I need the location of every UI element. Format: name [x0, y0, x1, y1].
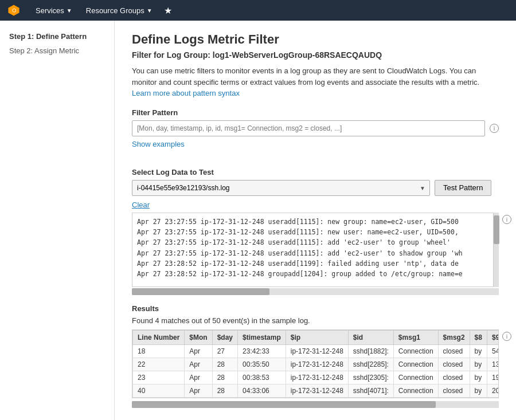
table-cell: Apr — [185, 358, 212, 371]
top-navigation: ⬡ Services ▼ Resource Groups ▼ ★ — [0, 0, 516, 21]
table-cell: 23 — [133, 371, 185, 384]
description-text: You can use metric filters to monitor ev… — [132, 65, 499, 99]
table-cell: 209.126 — [487, 384, 499, 397]
results-table: Line Number$Mon$day$timestamp$ip$id$msg1… — [132, 330, 499, 398]
table-cell: by — [470, 384, 487, 397]
select-log-label: Select Log Data to Test — [132, 168, 499, 176]
table-header: $day — [212, 330, 237, 344]
filter-pattern-row: i — [132, 120, 499, 136]
filter-pattern-info-icon[interactable]: i — [490, 124, 499, 133]
learn-more-link[interactable]: Learn more about pattern syntax — [132, 89, 240, 97]
log-data-row: i-04415e55e93e12193/ssh.log Test Pattern — [132, 180, 499, 196]
clear-link[interactable]: Clear — [132, 201, 150, 209]
select-log-section: Select Log Data to Test i-04415e55e93e12… — [132, 168, 499, 295]
main-content: Define Logs Metric Filter Filter for Log… — [115, 21, 516, 420]
log-data-info-icon[interactable]: i — [502, 215, 511, 224]
log-line: Apr 27 23:28:52 ip-172-31-12-248 groupad… — [137, 269, 494, 279]
table-row: 18Apr2723:42:33ip-172-31-12-248sshd[1882… — [133, 344, 499, 358]
table-row: 22Apr2800:35:50ip-172-31-12-248sshd[2285… — [133, 358, 499, 371]
table-header: $msg1 — [393, 330, 438, 344]
table-cell: 27 — [212, 344, 237, 358]
table-cell: 22 — [133, 358, 185, 371]
table-header: $ip — [286, 330, 348, 344]
sidebar: Step 1: Define Pattern Step 2: Assign Me… — [0, 21, 115, 420]
log-data-box: Apr 27 23:27:55 ip-172-31-12-248 useradd… — [132, 213, 499, 287]
table-cell: 18 — [133, 344, 185, 358]
table-cell: 28 — [212, 371, 237, 384]
log-horizontal-scrollbar[interactable] — [132, 288, 499, 295]
table-cell: 54.210. — [487, 344, 499, 358]
table-cell: ip-172-31-12-248 — [286, 371, 348, 384]
page-title: Define Logs Metric Filter — [132, 32, 499, 47]
table-cell: 04:33:06 — [238, 384, 286, 397]
table-cell: Connection — [393, 384, 438, 397]
table-cell: sshd[2305]: — [348, 371, 393, 384]
step1-sidebar[interactable]: Step 1: Define Pattern — [9, 32, 105, 41]
table-header: $id — [348, 330, 393, 344]
table-cell: 23:42:33 — [238, 344, 286, 358]
aws-logo[interactable]: ⬡ — [6, 2, 22, 18]
results-table-wrapper: Line Number$Mon$day$timestamp$ip$id$msg1… — [132, 329, 499, 398]
table-cell: 40 — [133, 384, 185, 397]
results-section: Results Found 4 matches out of 50 event(… — [132, 304, 499, 408]
step2-sidebar[interactable]: Step 2: Assign Metric — [9, 46, 105, 55]
log-line: Apr 27 23:27:55 ip-172-31-12-248 useradd… — [137, 227, 494, 237]
table-row: 23Apr2800:38:53ip-172-31-12-248sshd[2305… — [133, 371, 499, 384]
table-cell: 00:38:53 — [238, 371, 286, 384]
table-horizontal-scrollbar[interactable] — [132, 401, 499, 408]
table-header: $8 — [470, 330, 487, 344]
table-cell: by — [470, 371, 487, 384]
table-cell: Connection — [393, 358, 438, 371]
table-cell: Connection — [393, 371, 438, 384]
table-cell: 193.63. — [487, 371, 499, 384]
table-cell: closed — [438, 371, 470, 384]
results-label: Results — [132, 304, 499, 313]
log-group-title: Filter for Log Group: log1-WebServerLogG… — [132, 50, 499, 60]
table-header: $msg2 — [438, 330, 470, 344]
table-cell: closed — [438, 384, 470, 397]
table-row: 40Apr2804:33:06ip-172-31-12-248sshd[4071… — [133, 384, 499, 397]
table-cell: ip-172-31-12-248 — [286, 384, 348, 397]
log-line: Apr 27 23:27:55 ip-172-31-12-248 useradd… — [137, 237, 494, 248]
table-cell: closed — [438, 344, 470, 358]
table-header: $timestamp — [238, 330, 286, 344]
table-cell: by — [470, 358, 487, 371]
filter-pattern-input[interactable] — [132, 120, 485, 136]
table-cell: Apr — [185, 384, 212, 397]
log-line: Apr 27 23:28:52 ip-172-31-12-248 useradd… — [137, 258, 494, 269]
table-header: $Mon — [185, 330, 212, 344]
log-line: Apr 27 23:27:55 ip-172-31-12-248 useradd… — [137, 248, 494, 258]
log-file-select-wrapper: i-04415e55e93e12193/ssh.log — [132, 180, 430, 196]
page-layout: Step 1: Define Pattern Step 2: Assign Me… — [0, 21, 516, 420]
table-cell: closed — [438, 358, 470, 371]
table-cell: Connection — [393, 344, 438, 358]
table-cell: sshd[1882]: — [348, 344, 393, 358]
table-cell: sshd[4071]: — [348, 384, 393, 397]
results-table-info-icon[interactable]: i — [502, 332, 511, 341]
test-pattern-button[interactable]: Test Pattern — [435, 180, 491, 196]
svg-text:⬡: ⬡ — [12, 7, 16, 13]
table-header: Line Number — [133, 330, 185, 344]
services-nav[interactable]: Services ▼ — [29, 0, 79, 21]
table-header: $9 — [487, 330, 499, 344]
table-cell: Apr — [185, 344, 212, 358]
table-cell: by — [470, 344, 487, 358]
table-cell: ip-172-31-12-248 — [286, 344, 348, 358]
table-cell: 28 — [212, 358, 237, 371]
table-cell: Apr — [185, 371, 212, 384]
table-cell: 00:35:50 — [238, 358, 286, 371]
table-cell: sshd[2285]: — [348, 358, 393, 371]
table-cell: 139.196 — [487, 358, 499, 371]
table-cell: ip-172-31-12-248 — [286, 358, 348, 371]
chevron-down-icon: ▼ — [147, 7, 153, 14]
log-line: Apr 27 23:27:55 ip-172-31-12-248 useradd… — [137, 217, 494, 227]
resource-groups-nav[interactable]: Resource Groups ▼ — [79, 0, 159, 21]
bookmarks-icon[interactable]: ★ — [159, 5, 177, 16]
chevron-down-icon: ▼ — [67, 7, 72, 14]
table-cell: 28 — [212, 384, 237, 397]
show-examples-link[interactable]: Show examples — [132, 140, 185, 148]
log-file-select[interactable]: i-04415e55e93e12193/ssh.log — [132, 180, 430, 196]
filter-pattern-label: Filter Pattern — [132, 108, 499, 117]
results-count: Found 4 matches out of 50 event(s) in th… — [132, 316, 499, 325]
